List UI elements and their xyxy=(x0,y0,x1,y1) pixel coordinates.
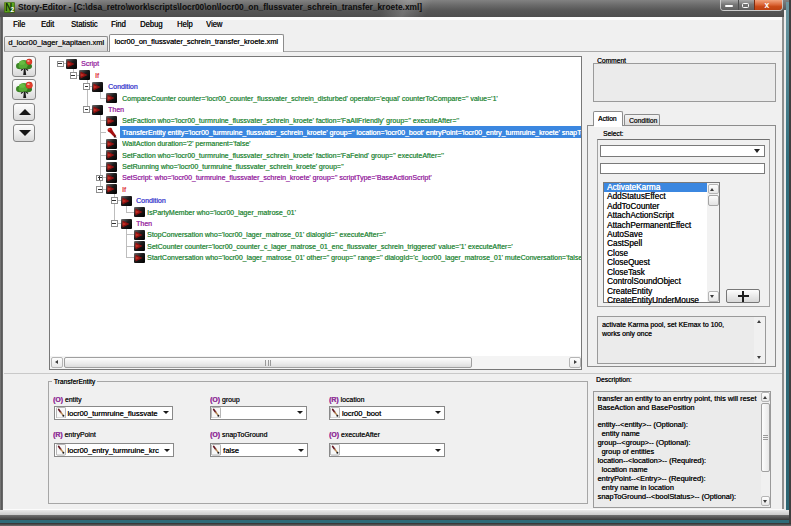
svg-text:2: 2 xyxy=(10,6,14,13)
